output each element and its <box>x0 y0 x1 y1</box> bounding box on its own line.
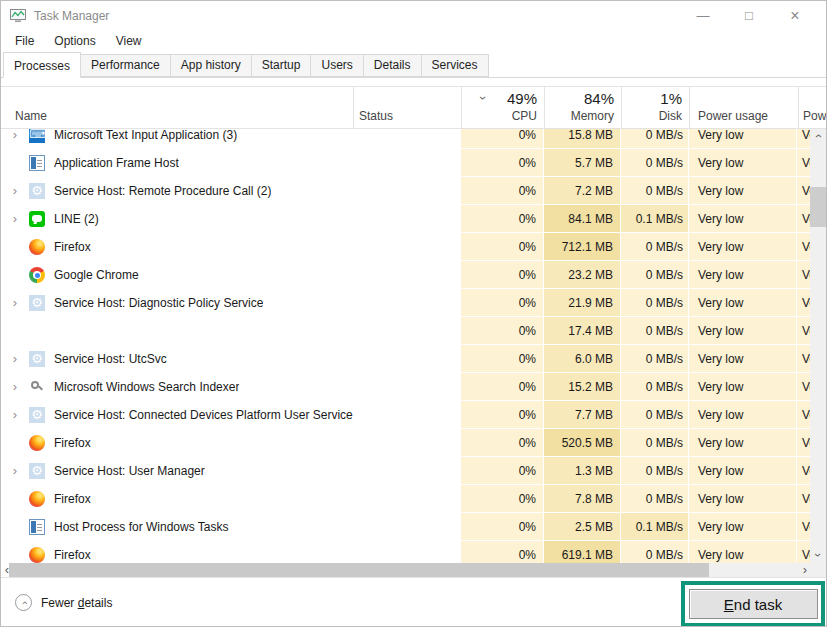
table-row[interactable]: 0%17.4 MB0 MB/sVery lowVe <box>1 317 811 345</box>
expand-chevron-icon[interactable]: › <box>7 205 23 233</box>
cpu-cell: 0% <box>461 401 544 429</box>
cpu-cell: 0% <box>461 345 544 373</box>
status-cell <box>353 345 461 373</box>
header-cpu[interactable]: 49% CPU <box>461 87 544 128</box>
column-divider[interactable] <box>689 87 690 128</box>
window-icon <box>29 155 45 171</box>
status-cell <box>353 149 461 177</box>
name-cell: Firefox <box>1 541 353 563</box>
firefox-icon <box>29 435 45 451</box>
table-row[interactable]: Host Process for Windows Tasks0%2.5 MB0.… <box>1 513 811 541</box>
power-usage-trend-cell: Ve <box>797 457 811 485</box>
table-row[interactable]: Application Frame Host0%5.7 MB0 MB/sVery… <box>1 149 811 177</box>
power-usage-trend-cell: Ve <box>797 233 811 261</box>
status-cell <box>353 485 461 513</box>
firefox-icon <box>29 547 45 563</box>
end-task-button[interactable]: End task <box>689 589 818 619</box>
tab-services[interactable]: Services <box>422 54 489 77</box>
table-row[interactable]: Firefox0%619.1 MB0 MB/sVery lowVe <box>1 541 811 563</box>
expand-chevron-icon[interactable]: › <box>7 373 23 401</box>
cpu-cell: 0% <box>461 457 544 485</box>
disk-cell: 0 MB/s <box>621 261 689 289</box>
vertical-scrollbar-thumb[interactable] <box>810 187 826 227</box>
minimize-button[interactable]: — <box>680 1 726 31</box>
name-cell: ›Microsoft Windows Search Indexer <box>1 373 353 401</box>
horizontal-scrollbar[interactable]: ‹ › <box>1 563 811 577</box>
column-divider[interactable] <box>353 87 354 128</box>
process-name: Firefox <box>54 492 91 506</box>
table-row[interactable]: ›⚙Service Host: User Manager0%1.3 MB0 MB… <box>1 457 811 485</box>
expand-chevron-icon[interactable]: › <box>7 129 23 149</box>
table-row[interactable]: ›⚙Service Host: Connected Devices Platfo… <box>1 401 811 429</box>
memory-cell: 1.3 MB <box>544 457 621 485</box>
disk-cell: 0.1 MB/s <box>621 205 689 233</box>
power-usage-cell: Very low <box>689 541 797 563</box>
header-memory[interactable]: 84% Memory <box>544 87 621 128</box>
tab-performance[interactable]: Performance <box>81 54 171 77</box>
memory-cell: 21.9 MB <box>544 289 621 317</box>
header-disk[interactable]: 1% Disk <box>621 87 689 128</box>
memory-cell: 15.8 MB <box>544 129 621 149</box>
memory-cell: 15.2 MB <box>544 373 621 401</box>
header-name[interactable]: Name <box>15 109 47 123</box>
header-power-usage[interactable]: Power usage <box>698 109 768 123</box>
close-button[interactable]: × <box>772 1 818 31</box>
disk-cell: 0 MB/s <box>621 317 689 345</box>
tab-processes[interactable]: Processes <box>3 52 81 78</box>
power-usage-trend-cell: Ve <box>797 261 811 289</box>
memory-cell: 520.5 MB <box>544 429 621 457</box>
name-cell: ›⚙Service Host: User Manager <box>1 457 353 485</box>
tab-details[interactable]: Details <box>364 54 422 77</box>
power-usage-trend-cell: Ve <box>797 485 811 513</box>
scroll-down-icon[interactable]: › <box>810 548 826 563</box>
expand-chevron-icon[interactable]: › <box>7 289 23 317</box>
window-title: Task Manager <box>34 9 109 23</box>
menu-options[interactable]: Options <box>44 31 105 52</box>
expand-chevron-icon[interactable]: › <box>7 401 23 429</box>
table-row[interactable]: ›⌨Microsoft Text Input Application (3)0%… <box>1 129 811 149</box>
memory-cell: 619.1 MB <box>544 541 621 563</box>
memory-cell: 5.7 MB <box>544 149 621 177</box>
table-row[interactable]: Firefox0%712.1 MB0 MB/sVery lowVe <box>1 233 811 261</box>
status-cell <box>353 233 461 261</box>
table-row[interactable]: Google Chrome0%23.2 MB0 MB/sVery lowVe <box>1 261 811 289</box>
disk-cell: 0 MB/s <box>621 129 689 149</box>
tab-app-history[interactable]: App history <box>171 54 252 77</box>
horizontal-scrollbar-thumb[interactable] <box>9 563 709 577</box>
table-row[interactable]: ›LINE (2)0%84.1 MB0.1 MB/sVery lowVe <box>1 205 811 233</box>
table-row[interactable]: ›⚙Service Host: UtcSvc0%6.0 MB0 MB/sVery… <box>1 345 811 373</box>
power-usage-cell: Very low <box>689 261 797 289</box>
menu-view[interactable]: View <box>106 31 152 52</box>
fewer-details-toggle[interactable]: › Fewer details <box>15 594 112 611</box>
menu-file[interactable]: File <box>15 31 44 52</box>
header-power-usage-trend[interactable]: Pow <box>803 109 826 123</box>
vertical-scrollbar[interactable]: › › <box>810 129 826 563</box>
tab-startup[interactable]: Startup <box>252 54 312 77</box>
window-controls: —□× <box>680 1 818 31</box>
process-name: Service Host: Remote Procedure Call (2) <box>54 184 271 198</box>
status-cell <box>353 429 461 457</box>
column-divider[interactable] <box>798 87 799 128</box>
expand-chevron-icon[interactable]: › <box>7 177 23 205</box>
expand-chevron-icon[interactable]: › <box>7 345 23 373</box>
process-rows: ›⌨Microsoft Text Input Application (3)0%… <box>1 129 811 563</box>
name-cell <box>1 317 353 345</box>
scroll-up-icon[interactable]: › <box>810 129 826 144</box>
maximize-button[interactable]: □ <box>726 1 772 31</box>
cpu-total-percent: 49% <box>507 90 537 107</box>
table-row[interactable]: Firefox0%520.5 MB0 MB/sVery lowVe <box>1 429 811 457</box>
power-usage-trend-cell: Ve <box>797 149 811 177</box>
tab-users[interactable]: Users <box>311 54 363 77</box>
cpu-cell: 0% <box>461 289 544 317</box>
expand-chevron-icon[interactable]: › <box>7 457 23 485</box>
power-usage-cell: Very low <box>689 457 797 485</box>
process-name: Microsoft Text Input Application (3) <box>54 129 237 142</box>
header-status[interactable]: Status <box>359 109 393 123</box>
table-row[interactable]: ›⚙Service Host: Remote Procedure Call (2… <box>1 177 811 205</box>
status-cell <box>353 513 461 541</box>
table-row[interactable]: Firefox0%7.8 MB0 MB/sVery lowVe <box>1 485 811 513</box>
table-row[interactable]: ›Microsoft Windows Search Indexer0%15.2 … <box>1 373 811 401</box>
table-row[interactable]: ›⚙Service Host: Diagnostic Policy Servic… <box>1 289 811 317</box>
disk-cell: 0 MB/s <box>621 289 689 317</box>
fewer-details-label: Fewer details <box>41 596 112 610</box>
